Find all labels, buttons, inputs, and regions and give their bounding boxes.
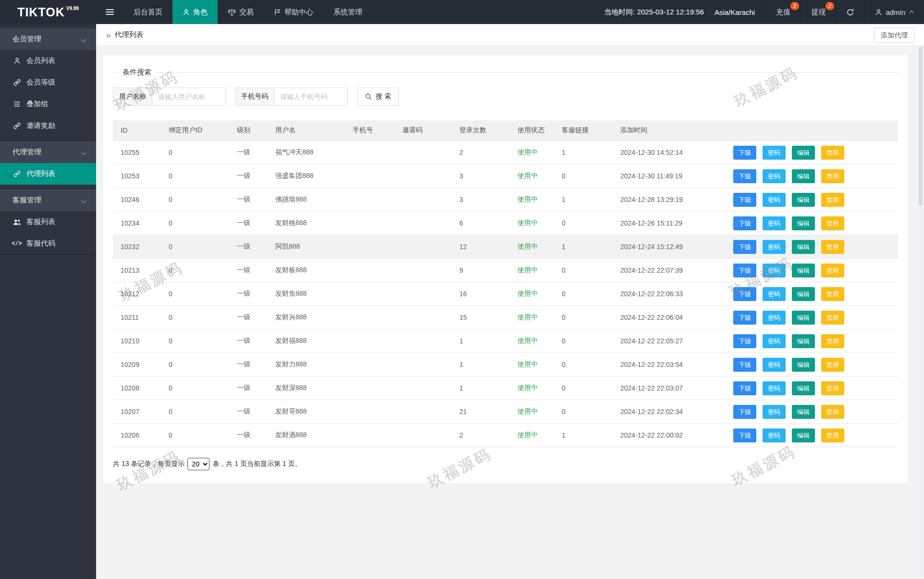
nav-system[interactable]: 系统管理 xyxy=(323,0,372,24)
cell-login-count: 2 xyxy=(452,424,510,447)
sidebar-group-cs-mgmt[interactable]: 客服管理 xyxy=(0,189,96,211)
edit-button[interactable]: 编辑 xyxy=(792,428,815,442)
disable-button[interactable]: 禁用 xyxy=(821,334,844,348)
sidebar-group-agent-mgmt[interactable]: 代理管理 xyxy=(0,141,96,163)
sidebar-item-member-list[interactable]: 会员列表 xyxy=(0,50,96,72)
password-button[interactable]: 密码 xyxy=(763,146,786,160)
sidebar-group-member-mgmt[interactable]: 会员管理 xyxy=(0,28,96,50)
password-button[interactable]: 密码 xyxy=(763,381,786,395)
password-button[interactable]: 密码 xyxy=(763,287,786,301)
cell-actions: 下级 密码 编辑 禁用 xyxy=(726,164,898,188)
col-phone: 手机号 xyxy=(345,120,394,141)
cell-level: 一级 xyxy=(229,424,268,447)
disable-button[interactable]: 禁用 xyxy=(821,146,844,160)
sub-agent-button[interactable]: 下级 xyxy=(733,311,756,325)
disable-button[interactable]: 禁用 xyxy=(821,311,844,325)
sub-agent-button[interactable]: 下级 xyxy=(733,381,756,395)
edit-button[interactable]: 编辑 xyxy=(792,287,815,301)
cell-login-count: 12 xyxy=(452,235,510,259)
password-button[interactable]: 密码 xyxy=(763,264,786,277)
edit-button[interactable]: 编辑 xyxy=(792,146,815,160)
phone-input[interactable] xyxy=(274,88,347,105)
sub-agent-button[interactable]: 下级 xyxy=(733,334,756,348)
user-menu[interactable]: admin xyxy=(864,0,924,24)
sub-agent-button[interactable]: 下级 xyxy=(733,240,756,254)
search-icon xyxy=(365,93,372,101)
sub-agent-button[interactable]: 下级 xyxy=(733,193,756,207)
password-button[interactable]: 密码 xyxy=(763,311,786,325)
disable-button[interactable]: 禁用 xyxy=(821,240,844,254)
disable-button[interactable]: 禁用 xyxy=(821,264,844,277)
cell-cs-link: 0 xyxy=(554,377,613,400)
disable-button[interactable]: 禁用 xyxy=(821,405,844,419)
cell-username: 发财兴888 xyxy=(268,306,345,329)
disable-button[interactable]: 禁用 xyxy=(821,358,844,372)
sidebar-item-agent-list[interactable]: 代理列表 xyxy=(0,163,96,185)
sidebar-item-invite-reward[interactable]: 邀请奖励 xyxy=(0,115,96,137)
sub-agent-button[interactable]: 下级 xyxy=(733,169,756,183)
disable-button[interactable]: 禁用 xyxy=(821,216,844,230)
sidebar-item-member-level[interactable]: 会员等级 xyxy=(0,72,96,93)
disable-button[interactable]: 禁用 xyxy=(821,193,844,207)
refresh-button[interactable] xyxy=(836,0,864,24)
cell-id: 10232 xyxy=(113,235,161,259)
edit-button[interactable]: 编辑 xyxy=(792,334,815,348)
sidebar-item-cs-list[interactable]: 客服列表 xyxy=(0,211,96,233)
cell-actions: 下级 密码 编辑 禁用 xyxy=(726,353,898,377)
sidebar-item-stack-group[interactable]: 叠加组 xyxy=(0,93,96,115)
col-bind-user-id: 绑定用户ID xyxy=(161,120,229,141)
disable-button[interactable]: 禁用 xyxy=(821,287,844,301)
sidebar-toggle-button[interactable] xyxy=(96,0,123,24)
edit-button[interactable]: 编辑 xyxy=(792,240,815,254)
cell-bind-user-id: 0 xyxy=(161,141,229,164)
cell-id: 10207 xyxy=(113,400,161,424)
edit-button[interactable]: 编辑 xyxy=(792,169,815,183)
edit-button[interactable]: 编辑 xyxy=(792,216,815,230)
password-button[interactable]: 密码 xyxy=(763,405,786,419)
edit-button[interactable]: 编辑 xyxy=(792,358,815,372)
sidebar-item-cs-code[interactable]: </> 客服代码 xyxy=(0,233,96,254)
search-button[interactable]: 搜 索 xyxy=(357,88,399,106)
edit-button[interactable]: 编辑 xyxy=(792,405,815,419)
nav-dashboard[interactable]: 后台首页 xyxy=(123,0,172,24)
password-button[interactable]: 密码 xyxy=(763,428,786,442)
cell-invite-code xyxy=(394,164,452,188)
sub-agent-button[interactable]: 下级 xyxy=(733,287,756,301)
password-button[interactable]: 密码 xyxy=(763,193,786,207)
sub-agent-button[interactable]: 下级 xyxy=(733,428,756,442)
col-login-count: 登录次数 xyxy=(452,120,510,141)
edit-button[interactable]: 编辑 xyxy=(792,311,815,325)
main-scrollbar[interactable] xyxy=(918,47,923,578)
username-input[interactable] xyxy=(152,88,225,105)
nav-roles[interactable]: 角色 xyxy=(172,0,218,24)
edit-button[interactable]: 编辑 xyxy=(792,381,815,395)
scrollbar-thumb[interactable] xyxy=(919,47,923,205)
password-button[interactable]: 密码 xyxy=(763,216,786,230)
code-icon: </> xyxy=(12,240,21,247)
recharge-link[interactable]: 充值 2 xyxy=(765,0,801,24)
disable-button[interactable]: 禁用 xyxy=(821,381,844,395)
cell-level: 一级 xyxy=(229,306,268,329)
withdraw-link[interactable]: 提现 2 xyxy=(801,0,836,24)
add-agent-button[interactable]: 添加代理 xyxy=(874,28,914,43)
sub-agent-button[interactable]: 下级 xyxy=(733,405,756,419)
sub-agent-button[interactable]: 下级 xyxy=(733,264,756,277)
sub-agent-button[interactable]: 下级 xyxy=(733,146,756,160)
nav-help[interactable]: 帮助中心 xyxy=(264,0,323,24)
cell-invite-code xyxy=(394,424,452,447)
password-button[interactable]: 密码 xyxy=(763,169,786,183)
edit-button[interactable]: 编辑 xyxy=(792,264,815,277)
password-button[interactable]: 密码 xyxy=(763,358,786,372)
cell-cs-link: 0 xyxy=(554,400,613,424)
password-button[interactable]: 密码 xyxy=(763,240,786,254)
page-size-select[interactable]: 20 xyxy=(187,458,209,470)
nav-trade[interactable]: 交易 xyxy=(218,0,264,24)
sub-agent-button[interactable]: 下级 xyxy=(733,358,756,372)
chevron-up-icon xyxy=(909,10,914,15)
disable-button[interactable]: 禁用 xyxy=(821,428,844,442)
edit-button[interactable]: 编辑 xyxy=(792,193,815,207)
disable-button[interactable]: 禁用 xyxy=(821,169,844,183)
sub-agent-button[interactable]: 下级 xyxy=(733,216,756,230)
password-button[interactable]: 密码 xyxy=(763,334,786,348)
cell-invite-code xyxy=(394,282,452,306)
